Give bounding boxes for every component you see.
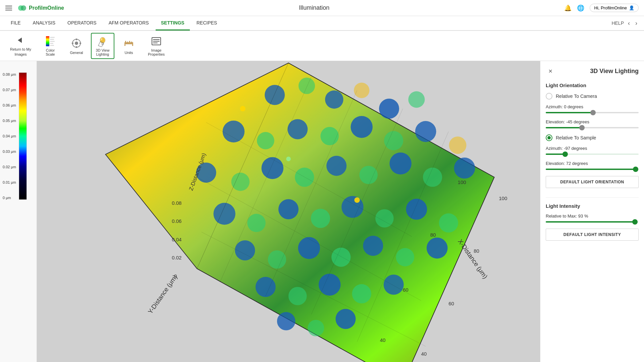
- svg-point-68: [375, 209, 394, 228]
- color-label-2: 0.06 μm: [3, 103, 16, 107]
- color-label-8: 0 μm: [3, 196, 16, 200]
- hamburger-menu[interactable]: [5, 6, 12, 10]
- menu-file[interactable]: FILE: [5, 16, 26, 31]
- svg-rect-21: [125, 41, 126, 43]
- top-bar-left: ProfilmOnline: [5, 3, 64, 13]
- color-label-4: 0.04 μm: [3, 134, 16, 138]
- sample-elevation-thumb[interactable]: [633, 167, 638, 172]
- menu-operators[interactable]: OPERATORS: [62, 16, 102, 31]
- light-orientation-title: Light Orientation: [546, 82, 639, 88]
- svg-point-79: [288, 287, 307, 305]
- camera-elevation-fill: [546, 127, 581, 128]
- svg-point-53: [449, 136, 467, 154]
- svg-text:0.08: 0.08: [172, 200, 181, 206]
- svg-point-73: [298, 237, 320, 259]
- logo-icon: [17, 3, 27, 13]
- svg-point-58: [326, 156, 346, 176]
- svg-point-56: [262, 157, 283, 179]
- svg-point-43: [354, 82, 369, 98]
- svg-text:60: 60: [448, 301, 454, 306]
- intensity-thumb[interactable]: [632, 219, 638, 225]
- toolbar-image-properties[interactable]: ImageProperties: [143, 33, 169, 59]
- svg-text:80: 80: [430, 232, 436, 238]
- svg-point-82: [384, 275, 404, 295]
- svg-point-88: [354, 197, 360, 203]
- svg-rect-6: [50, 43, 53, 44]
- menu-afm-operators[interactable]: AFM OPERATORS: [103, 16, 154, 31]
- sample-elevation-track[interactable]: [546, 169, 639, 170]
- nav-back-arrow[interactable]: ‹: [627, 18, 631, 28]
- toolbar-return[interactable]: Return to MyImages: [5, 33, 36, 59]
- sample-azimuth-thumb[interactable]: [562, 152, 568, 157]
- toolbar-return-label: Return to MyImages: [10, 47, 31, 57]
- svg-point-75: [363, 236, 383, 256]
- svg-point-45: [408, 91, 425, 108]
- menu-settings[interactable]: SETTINGS: [156, 16, 190, 31]
- svg-point-44: [379, 99, 399, 119]
- toolbar-color-scale[interactable]: ColorScale: [39, 33, 62, 59]
- color-label-7: 0.01 μm: [3, 180, 16, 184]
- toolbar-general[interactable]: General: [65, 33, 88, 59]
- svg-point-85: [335, 309, 356, 329]
- sample-elevation-fill: [546, 169, 635, 170]
- svg-point-87: [286, 157, 291, 161]
- camera-elevation-track[interactable]: [546, 127, 639, 128]
- menu-analysis[interactable]: ANALYSIS: [28, 16, 61, 31]
- svg-text:60: 60: [403, 287, 409, 293]
- relative-sample-radio[interactable]: Relative To Sample: [546, 134, 639, 141]
- main-content: 0.08 μm 0.07 μm 0.06 μm 0.05 μm 0.04 μm …: [0, 61, 644, 362]
- menu-recipes[interactable]: RECIPES: [191, 16, 222, 31]
- intensity-label: Relative to Max: 93 %: [546, 214, 639, 219]
- intensity-track[interactable]: [546, 221, 639, 223]
- intensity-fill: [546, 221, 634, 223]
- sample-azimuth-fill: [546, 154, 564, 155]
- right-panel: × 3D View Lighting Light Orientation Rel…: [540, 61, 644, 362]
- svg-point-50: [351, 116, 372, 138]
- svg-point-76: [396, 248, 414, 266]
- svg-point-18: [101, 38, 102, 40]
- help-button[interactable]: HELP: [611, 20, 624, 26]
- bell-icon[interactable]: 🔔: [564, 4, 572, 12]
- svg-point-66: [311, 209, 330, 228]
- relative-sample-circle: [546, 134, 552, 141]
- svg-point-64: [247, 214, 266, 232]
- panel-divider: [546, 197, 639, 198]
- svg-rect-11: [76, 46, 77, 48]
- default-light-intensity-button[interactable]: DEFAULT LIGHT INTENSITY: [546, 229, 639, 241]
- default-light-orientation-button[interactable]: DEFAULT LIGHT ORIENTATION: [546, 176, 639, 188]
- relative-camera-radio[interactable]: Relative To Camera: [546, 93, 639, 100]
- svg-rect-22: [127, 42, 128, 43]
- sample-azimuth-track[interactable]: [546, 154, 639, 155]
- toolbar-units[interactable]: Units: [117, 33, 141, 59]
- toolbar-3d-lighting-label: 3D ViewLighting: [96, 48, 110, 56]
- app-logo: ProfilmOnline: [17, 3, 64, 13]
- user-label: Hi, ProfilmOnline: [594, 5, 627, 10]
- color-labels: 0.08 μm 0.07 μm 0.06 μm 0.05 μm 0.04 μm …: [3, 72, 16, 200]
- svg-rect-3: [50, 37, 55, 38]
- svg-rect-30: [153, 43, 158, 43]
- panel-title: 3D View Lighting: [590, 68, 639, 75]
- light-intensity-title: Light Intensity: [546, 203, 639, 209]
- globe-icon[interactable]: 🌐: [577, 4, 584, 12]
- camera-azimuth-thumb[interactable]: [590, 110, 596, 115]
- svg-point-80: [319, 274, 340, 295]
- nav-forward-arrow[interactable]: ›: [634, 18, 639, 28]
- panel-close-button[interactable]: ×: [546, 66, 555, 76]
- svg-point-81: [352, 284, 371, 303]
- user-menu-button[interactable]: Hi, ProfilmOnline 👤: [590, 4, 639, 12]
- svg-point-57: [295, 168, 314, 187]
- camera-elevation-thumb[interactable]: [579, 125, 585, 130]
- camera-azimuth-track[interactable]: [546, 112, 639, 113]
- svg-rect-10: [76, 39, 77, 40]
- svg-rect-28: [153, 39, 160, 40]
- page-title: Illumination: [299, 4, 329, 11]
- menu-bar: FILE ANALYSIS OPERATORS AFM OPERATORS SE…: [0, 16, 644, 31]
- color-bar: [19, 72, 27, 200]
- svg-point-42: [325, 90, 343, 109]
- sample-elevation-label: Elevation: 72 degrees: [546, 161, 639, 166]
- intensity-container: Relative to Max: 93 %: [546, 214, 639, 223]
- toolbar-3d-lighting[interactable]: 3D ViewLighting: [91, 33, 114, 59]
- 3d-lighting-icon: [97, 36, 109, 47]
- svg-text:40: 40: [380, 337, 386, 343]
- color-label-0: 0.08 μm: [3, 72, 16, 76]
